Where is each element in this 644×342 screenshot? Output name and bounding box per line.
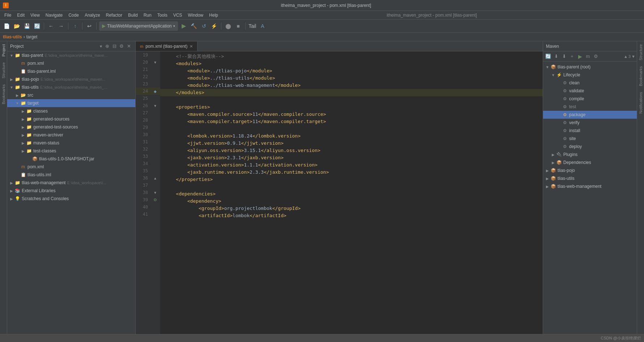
maven-item-validate[interactable]: ⚙ validate	[543, 87, 637, 95]
maven-item-tlias-parent-root[interactable]: ▼ 📦 tlias-parent (root)	[543, 63, 637, 71]
locate-in-tree-button[interactable]: ⊕	[103, 43, 111, 50]
maven-add-button[interactable]: +	[568, 53, 576, 60]
maven-toggle-utils[interactable]: ▶	[545, 177, 550, 181]
maven-item-test[interactable]: ⚙ test	[543, 103, 637, 111]
maven-item-tlias-utils[interactable]: ▶ 📦 tlias-utils	[543, 174, 637, 182]
toggle-src[interactable]: ▶	[14, 93, 20, 97]
maven-toggle-dependencies[interactable]: ▶	[550, 161, 556, 165]
menu-analyze[interactable]: Analyze	[82, 12, 103, 18]
toggle-tlias-web-management[interactable]: ▶	[9, 181, 14, 185]
menu-window[interactable]: Window	[185, 12, 206, 18]
stop-button[interactable]: ■	[234, 22, 243, 30]
toggle-external-libraries[interactable]: ▶	[9, 189, 14, 193]
tree-item-tlias-parent[interactable]: ▼ 📁 tlias-parent E:\idea_workspace\ithei…	[7, 51, 135, 59]
toggle-generated-test-sources[interactable]: ▶	[20, 125, 26, 129]
maven-toggle-pojo[interactable]: ▶	[545, 169, 550, 173]
maven-settings-button[interactable]: ⚙	[592, 53, 599, 60]
maven-item-lifecycle[interactable]: ▼ ⚡ Lifecycle	[543, 71, 637, 79]
strip-tab-project[interactable]: Project	[0, 41, 7, 59]
coverage-button[interactable]: ⚡	[210, 22, 219, 30]
maven-item-verify[interactable]: ⚙ verify	[543, 119, 637, 127]
maven-toggle-lifecycle[interactable]: ▼	[550, 73, 556, 77]
menu-navigate[interactable]: Navigate	[43, 12, 65, 18]
menu-build[interactable]: Build	[125, 12, 141, 18]
strip-tab-bookmarks-right[interactable]: Bookmarks	[637, 63, 644, 89]
tree-item-test-classes[interactable]: ▶ 📁 test-classes	[7, 147, 135, 155]
sync-button[interactable]: 🔄	[33, 22, 41, 30]
tree-item-generated-test-sources[interactable]: ▶ 📁 generated-test-sources	[7, 123, 135, 131]
fold-20-icon[interactable]: ▼	[153, 60, 157, 64]
fold-36-icon[interactable]: ▲	[153, 176, 157, 180]
tree-item-tlias-parent-iml[interactable]: 📋 tlias-parent.iml	[7, 67, 135, 75]
maven-item-tlias-pojo[interactable]: ▶ 📦 tlias-pojo	[543, 166, 637, 174]
fold-38-icon[interactable]: ▼	[153, 191, 157, 195]
toggle-maven-archiver[interactable]: ▶	[20, 133, 26, 137]
maven-toggle-web-mgmt[interactable]: ▶	[545, 185, 550, 189]
strip-tab-structure-right[interactable]: Structure	[637, 41, 644, 63]
maven-toggle-plugins[interactable]: ▶	[550, 153, 556, 157]
toggle-tlias-pojo[interactable]: ▶	[9, 77, 14, 81]
strip-tab-bookmarks[interactable]: Bookmarks	[0, 81, 7, 107]
menu-view[interactable]: View	[27, 12, 43, 18]
tree-item-target[interactable]: ▼ 📁 target	[7, 99, 135, 107]
maven-item-install[interactable]: ⚙ install	[543, 127, 637, 135]
tab-close-button[interactable]: ✕	[190, 44, 193, 49]
tree-item-pom-utils[interactable]: m pom.xml	[7, 163, 135, 171]
maven-item-compile[interactable]: ⚙ compile	[543, 95, 637, 103]
tree-item-tlias-web-management[interactable]: ▶ 📁 tlias-web-management E:\idea_workspa…	[7, 179, 135, 187]
code-content[interactable]: <!--聚合其他模块--> <modules> <module>../tlias…	[160, 51, 543, 338]
vcs-button[interactable]: ↑	[71, 22, 80, 30]
close-panel-button[interactable]: ✕	[125, 43, 132, 50]
maven-run-button[interactable]: ▶	[576, 53, 584, 60]
undo-button[interactable]: ↩	[85, 22, 94, 30]
tree-item-maven-status[interactable]: ▶ 📁 maven-status	[7, 139, 135, 147]
maven-item-package[interactable]: ⚙ package	[543, 111, 637, 119]
toggle-classes[interactable]: ▶	[20, 109, 26, 113]
toggle-tlias-utils[interactable]: ▼	[9, 85, 14, 89]
build-button[interactable]: 🔨	[190, 22, 198, 30]
reload-maven-button[interactable]: ↺	[200, 22, 208, 30]
toggle-maven-status[interactable]: ▶	[20, 141, 26, 145]
tree-item-maven-archiver[interactable]: ▶ 📁 maven-archiver	[7, 131, 135, 139]
toggle-tlias-parent[interactable]: ▼	[9, 54, 14, 58]
profile-button[interactable]: ⬤	[224, 22, 233, 30]
maven-reimport-button[interactable]: ⬇	[552, 53, 560, 60]
open-button[interactable]: 📂	[12, 22, 21, 30]
save-all-button[interactable]: 💾	[22, 22, 31, 30]
run-button[interactable]: ▶	[179, 22, 188, 30]
menu-help[interactable]: Help	[206, 12, 221, 18]
toggle-test-classes[interactable]: ▶	[20, 149, 26, 153]
tail-button[interactable]: Tail	[248, 22, 257, 30]
tree-item-external-libraries[interactable]: ▶ 📚 External Libraries	[7, 187, 135, 195]
menu-code[interactable]: Code	[65, 12, 82, 18]
tree-item-scratches[interactable]: ▶ 💡 Scratches and Consoles	[7, 195, 135, 203]
menu-vcs[interactable]: VCS	[170, 12, 185, 18]
toggle-generated-sources[interactable]: ▶	[20, 117, 26, 121]
run-config-selector[interactable]: ▶ TliasWebManagementApplication ▾	[99, 21, 178, 31]
maven-item-dependencies[interactable]: ▶ 📦 Dependencies	[543, 159, 637, 166]
menu-edit[interactable]: Edit	[14, 12, 27, 18]
maven-item-site[interactable]: ⚙ site	[543, 135, 637, 143]
tree-item-jar[interactable]: 📦 tlias-utils-1.0-SNAPSHOT.jar	[7, 155, 135, 163]
back-button[interactable]: ←	[47, 22, 55, 30]
toggle-target[interactable]: ▼	[14, 101, 20, 105]
strip-tab-notifications[interactable]: Notifications	[637, 89, 644, 117]
maven-toggle-root[interactable]: ▼	[545, 65, 550, 69]
translate-button[interactable]: A	[258, 22, 267, 30]
menu-refactor[interactable]: Refactor	[103, 12, 125, 18]
tree-item-classes[interactable]: ▶ 📁 classes	[7, 107, 135, 115]
maven-item-clean[interactable]: ⚙ clean	[543, 79, 637, 87]
menu-file[interactable]: File	[1, 12, 14, 18]
maven-refresh-button[interactable]: 🔄	[545, 53, 552, 60]
toggle-scratches[interactable]: ▶	[9, 197, 14, 201]
tree-item-tlias-utils[interactable]: ▼ 📁 tlias-utils E:\idea_workspace\itheim…	[7, 83, 135, 91]
maven-item-plugins[interactable]: ▶ 🔌 Plugins	[543, 151, 637, 159]
forward-button[interactable]: →	[57, 22, 65, 30]
maven-item-tlias-web-mgmt[interactable]: ▶ 📦 tlias-web-management	[543, 182, 637, 190]
maven-item-deploy[interactable]: ⚙ deploy	[543, 143, 637, 151]
tree-item-tlias-pojo[interactable]: ▶ 📁 tlias-pojo E:\idea_workspace\itheima…	[7, 75, 135, 83]
maven-download-button[interactable]: ⬇	[560, 53, 568, 60]
tree-item-src[interactable]: ▶ 📂 src	[7, 91, 135, 99]
collapse-all-button[interactable]: ⊟	[111, 43, 118, 50]
tree-item-generated-sources[interactable]: ▶ 📁 generated-sources	[7, 115, 135, 123]
